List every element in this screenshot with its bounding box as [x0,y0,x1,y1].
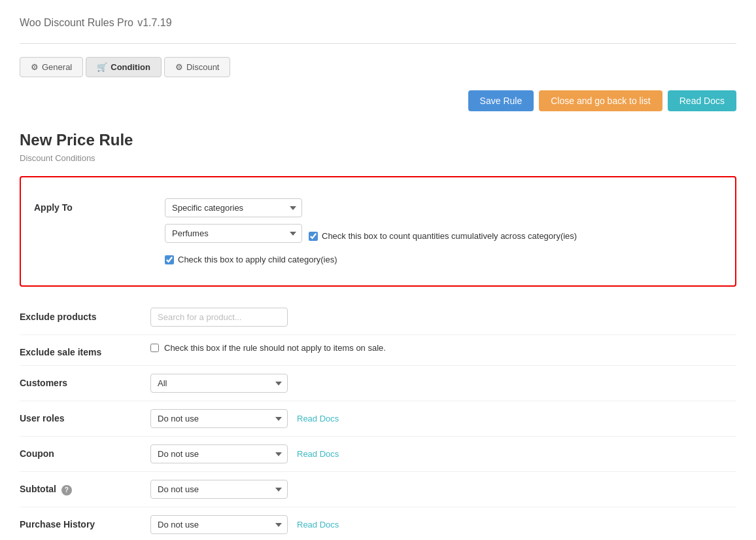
purchase-history-label: Purchase History [20,515,150,530]
subtotal-select[interactable]: Do not use [150,480,288,499]
exclude-products-control [150,308,736,327]
cumulative-checkbox-label[interactable]: Check this box to count quantities cumul… [309,231,577,241]
tab-discount[interactable]: ⚙ Discount [164,57,231,77]
child-category-label: Check this box to apply child category(i… [178,255,337,264]
exclude-sale-label: Exclude sale items [20,343,150,357]
save-rule-button[interactable]: Save Rule [468,90,534,111]
read-docs-button[interactable]: Read Docs [668,90,736,111]
customers-select[interactable]: All Specific customers Guest [150,374,288,393]
exclude-sale-control: Check this box if the rule should not ap… [150,343,736,353]
user-roles-select[interactable]: Do not use Administrator Customer [150,409,288,428]
subtotal-label: Subtotal ? [20,480,150,495]
category-select[interactable]: Perfumes Electronics Clothing [165,224,302,243]
subtotal-control: Do not use [150,480,736,499]
apply-to-row: Apply To Specific categories All Product… [34,190,722,272]
purchase-history-select[interactable]: Do not use [150,515,288,534]
customers-label: Customers [20,374,150,388]
apply-to-select[interactable]: Specific categories All Products Specifi… [165,198,302,217]
user-roles-control: Do not use Administrator Customer Read D… [150,409,736,428]
purchase-history-control: Do not use Read Docs [150,515,736,534]
exclude-sale-text: Check this box if the rule should not ap… [164,343,386,353]
purchase-history-read-docs[interactable]: Read Docs [297,520,339,530]
exclude-products-row: Exclude products [20,300,736,335]
purchase-history-row: Purchase History Do not use Read Docs [20,507,736,540]
apply-to-section: Apply To Specific categories All Product… [20,176,736,287]
tab-condition[interactable]: 🛒 Condition [86,57,162,77]
user-roles-label: User roles [20,409,150,423]
header-divider [20,43,736,44]
cumulative-checkbox[interactable] [309,232,318,241]
coupon-control: Do not use Read Docs [150,444,736,463]
cumulative-label: Check this box to count quantities cumul… [322,231,577,241]
subtotal-row: Subtotal ? Do not use [20,472,736,507]
exclude-sale-checkbox-label[interactable]: Check this box if the rule should not ap… [150,343,736,353]
tab-general[interactable]: ⚙ General [20,57,83,77]
coupon-select[interactable]: Do not use [150,444,288,463]
app-title: Woo Discount Rules Pro v1.7.19 [20,13,736,30]
general-icon: ⚙ [31,62,39,72]
exclude-products-input[interactable] [150,308,288,327]
coupon-read-docs[interactable]: Read Docs [297,449,339,459]
subtotal-help-icon[interactable]: ? [61,485,72,495]
child-category-checkbox-label[interactable]: Check this box to apply child category(i… [165,255,722,264]
exclude-sale-row: Exclude sale items Check this box if the… [20,335,736,366]
discount-icon: ⚙ [175,62,183,72]
user-roles-row: User roles Do not use Administrator Cust… [20,401,736,437]
coupon-label: Coupon [20,444,150,459]
child-category-checkbox[interactable] [165,255,174,264]
apply-to-control: Specific categories All Products Specifi… [165,198,722,264]
customers-control: All Specific customers Guest [150,374,736,393]
tab-bar: ⚙ General 🛒 Condition ⚙ Discount [20,57,736,77]
page-title: New Price Rule [20,131,736,149]
toolbar: Save Rule Close and go back to list Read… [20,90,736,111]
condition-icon: 🛒 [97,62,107,72]
exclude-products-label: Exclude products [20,308,150,322]
close-back-button[interactable]: Close and go back to list [539,90,662,111]
coupon-row: Coupon Do not use Read Docs [20,437,736,472]
exclude-sale-checkbox[interactable] [150,344,159,352]
page-subtitle: Discount Conditions [20,153,736,163]
apply-to-label: Apply To [34,198,165,213]
user-roles-read-docs[interactable]: Read Docs [297,414,339,423]
customers-row: Customers All Specific customers Guest [20,366,736,401]
